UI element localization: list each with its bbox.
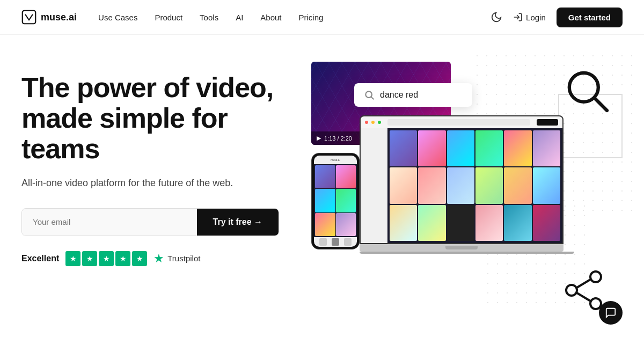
main-content: The power of video, made simple for team… xyxy=(0,35,644,338)
thumb-1 xyxy=(390,130,417,166)
thumb-17 xyxy=(504,205,531,241)
star-1: ★ xyxy=(65,251,80,266)
thumb-13 xyxy=(390,205,417,241)
star-ratings: ★ ★ ★ ★ ★ xyxy=(65,251,147,266)
laptop-base xyxy=(360,244,564,252)
svg-point-6 xyxy=(590,271,601,282)
try-free-button[interactable]: Try it free → xyxy=(197,209,279,236)
nav-pricing[interactable]: Pricing xyxy=(299,13,324,22)
star-2: ★ xyxy=(82,251,97,266)
laptop-topbar xyxy=(361,116,562,128)
laptop-dot-1 xyxy=(365,121,368,124)
thumb-11 xyxy=(504,167,531,203)
nav-use-cases[interactable]: Use Cases xyxy=(98,13,137,22)
subheadline: All-in-one video platform for the future… xyxy=(21,178,301,189)
laptop-sidebar xyxy=(361,128,387,243)
trustpilot-row: Excellent ★ ★ ★ ★ ★ ★ Trustpilot xyxy=(21,251,301,266)
laptop-mockup xyxy=(360,115,574,254)
thumb-4 xyxy=(475,130,503,166)
phone-nav-2 xyxy=(332,238,339,246)
search-query: dance red xyxy=(380,90,418,100)
trustpilot-label: Excellent xyxy=(21,254,59,263)
star-3: ★ xyxy=(99,251,114,266)
thumb-15 xyxy=(447,205,474,241)
navbar: muse.ai Use Cases Product Tools AI About… xyxy=(0,0,644,35)
laptop-url-bar xyxy=(387,119,530,126)
magnifier-icon-big xyxy=(564,67,612,117)
phone-topbar: muse.ai xyxy=(314,156,357,164)
laptop-dot-3 xyxy=(378,121,381,124)
laptop-screen-inner xyxy=(361,116,562,243)
phone-screen: muse.ai xyxy=(314,156,357,247)
phone-thumb-4 xyxy=(336,189,356,212)
thumb-2 xyxy=(418,130,445,166)
thumb-18 xyxy=(533,205,560,241)
nav-about[interactable]: About xyxy=(260,13,281,22)
laptop-content xyxy=(361,128,562,243)
search-float-icon xyxy=(364,90,375,100)
star-5: ★ xyxy=(132,251,147,266)
svg-line-5 xyxy=(595,98,607,111)
logo[interactable]: muse.ai xyxy=(21,10,77,25)
nav-right: Login Get started xyxy=(491,8,623,27)
laptop-screen xyxy=(360,115,564,244)
phone-mockup: muse.ai xyxy=(311,153,360,249)
nav-ai[interactable]: AI xyxy=(236,13,243,22)
thumb-6 xyxy=(533,130,560,166)
hero-right: ▶ 1:13 / 2:20 dance red xyxy=(311,62,623,330)
thumb-3 xyxy=(447,130,474,166)
headline: The power of video, made simple for team… xyxy=(21,72,301,165)
phone-content xyxy=(314,164,357,237)
svg-line-10 xyxy=(577,293,590,301)
get-started-button[interactable]: Get started xyxy=(557,8,623,27)
svg-line-3 xyxy=(371,97,374,100)
phone-thumb-5 xyxy=(315,213,335,236)
svg-rect-0 xyxy=(23,11,36,24)
phone-thumb-2 xyxy=(336,165,356,188)
laptop-button xyxy=(537,119,558,126)
trustpilot-icon: ★ xyxy=(153,252,164,266)
thumb-14 xyxy=(418,205,445,241)
thumb-8 xyxy=(418,167,445,203)
logo-text: muse.ai xyxy=(41,12,77,23)
phone-thumb-6 xyxy=(336,213,356,236)
thumb-10 xyxy=(475,167,503,203)
chat-bubble-button[interactable] xyxy=(599,301,623,325)
phone-thumb-1 xyxy=(315,165,335,188)
login-label: Login xyxy=(526,13,546,22)
nav-tools[interactable]: Tools xyxy=(200,13,218,22)
laptop-dot-2 xyxy=(371,121,375,124)
login-button[interactable]: Login xyxy=(513,12,546,22)
svg-point-8 xyxy=(566,285,577,296)
nav-product[interactable]: Product xyxy=(155,13,182,22)
trustpilot-brand: ★ Trustpilot xyxy=(153,252,200,266)
thumb-9 xyxy=(447,167,474,203)
svg-line-9 xyxy=(577,280,590,288)
phone-nav-1 xyxy=(319,238,327,246)
phone-thumb-3 xyxy=(315,189,335,212)
phone-nav-3 xyxy=(344,238,352,246)
thumb-12 xyxy=(533,167,560,203)
search-bar-float: dance red xyxy=(354,83,472,107)
star-4: ★ xyxy=(115,251,130,266)
phone-bottom-bar xyxy=(314,237,357,247)
thumb-16 xyxy=(475,205,503,241)
hero-left: The power of video, made simple for team… xyxy=(21,62,301,266)
laptop-foot xyxy=(360,252,574,254)
email-input[interactable] xyxy=(22,209,197,236)
phone-body: muse.ai xyxy=(311,153,360,249)
dark-mode-button[interactable] xyxy=(491,11,502,23)
thumb-7 xyxy=(390,167,417,203)
cta-row: Try it free → xyxy=(21,208,279,236)
laptop-grid xyxy=(387,128,562,243)
laptop-notch xyxy=(445,246,478,249)
thumb-5 xyxy=(504,130,531,166)
svg-point-2 xyxy=(365,91,372,98)
nav-links: Use Cases Product Tools AI About Pricing xyxy=(98,13,491,22)
